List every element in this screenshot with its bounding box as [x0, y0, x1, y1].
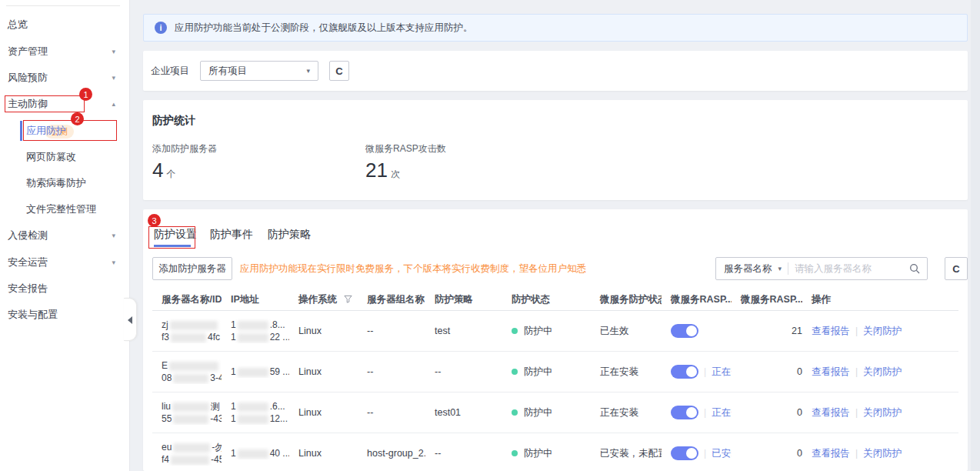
server-search-group: 服务器名称 ▾ [715, 257, 928, 280]
redacted-text [238, 449, 268, 459]
info-icon: i [155, 22, 167, 34]
cell-ms-status: 正在安装 [591, 366, 662, 379]
col-server-name: 服务器名称/ID [152, 293, 222, 306]
stat-unit: 个 [166, 169, 175, 179]
redacted-text [170, 321, 218, 330]
cell-ip: 159 ... [222, 366, 289, 378]
beta-info-banner: i 应用防护功能当前处于公测阶段，仅旗舰版及以上版本支持应用防护。 [143, 14, 968, 42]
chevron-up-icon: ▴ [112, 95, 115, 113]
sidebar-item-ransomware-protection[interactable]: 勒索病毒防护 [0, 174, 129, 192]
sidebar-top-divider [6, 5, 120, 6]
cell-policy: -- [425, 366, 502, 377]
sidebar-item-security-report[interactable]: 安全报告 [0, 279, 129, 298]
toggle-divider: | [704, 366, 706, 377]
disable-protection-link[interactable]: 关闭防护 [863, 447, 902, 460]
cell-ms-status: 已生效 [591, 325, 662, 338]
cell-operations: 查看报告 | 关闭防护 [802, 325, 958, 338]
enterprise-project-select[interactable]: 所有项目 ▾ [200, 61, 318, 81]
rasp-toggle-on[interactable] [671, 446, 698, 460]
chevron-down-icon: ▾ [112, 226, 115, 245]
rasp-toggle-on[interactable] [671, 365, 698, 379]
sidebar-item-install-config[interactable]: 安装与配置 [0, 306, 129, 324]
col-ms-rasp-2: 微服务RASP... [732, 293, 802, 306]
sidebar-item-risk-prevention[interactable]: 风险预防▾ [0, 68, 129, 87]
app-protection-page: 总览 资产管理▾ 风险预防▾ 主动防御▴ 应用防护 公测 网页防篡改 勒索病毒防… [0, 0, 980, 471]
cell-server-name: E 083-4 [152, 359, 222, 384]
cell-rasp-toggle: |已安装， [662, 446, 732, 460]
col-server-group: 服务器组名称 [358, 293, 425, 306]
redacted-text [171, 333, 206, 342]
cell-policy: test01 [425, 407, 502, 418]
sidebar-item-file-integrity[interactable]: 文件完整性管理 [0, 200, 129, 219]
annotation-badge-2: 2 [71, 112, 84, 125]
tab-protection-settings[interactable]: 防护设置 [154, 228, 197, 242]
view-report-link[interactable]: 查看报告 [812, 366, 850, 379]
chevron-down-icon: ▾ [778, 265, 782, 272]
search-icon[interactable] [902, 263, 927, 274]
toggle-divider: | [704, 407, 706, 418]
stat-protected-servers-value: 4 [152, 159, 163, 182]
cell-operations: 查看报告 | 关闭防护 [802, 366, 958, 379]
cell-os: Linux [289, 448, 358, 459]
col-policy: 防护策略 [425, 293, 502, 306]
protection-statistics-card: 防护统计 添加防护服务器 4个 微服务RASP攻击数 21次 [143, 100, 968, 200]
cell-rasp-count: 0 [732, 448, 802, 459]
collapse-left-icon [128, 316, 132, 324]
stat-unit: 次 [391, 169, 400, 179]
rasp-toggle-on[interactable] [671, 324, 698, 338]
free-trial-notice: 应用防护功能现在实行限时免费服务，下个版本将实行收费制度，望各位用户知悉 [240, 257, 586, 280]
cell-server-group: -- [358, 407, 425, 418]
table-refresh-button[interactable]: C [945, 257, 968, 280]
sidebar-item-web-tamper-protection[interactable]: 网页防篡改 [0, 148, 129, 166]
view-report-link[interactable]: 查看报告 [812, 447, 850, 460]
col-os: 操作系统 [289, 293, 358, 306]
redacted-text [238, 403, 268, 412]
chevron-down-icon: ▾ [112, 253, 115, 272]
cell-operations: 查看报告 | 关闭防护 [802, 447, 958, 460]
redacted-text [238, 321, 268, 330]
cell-protection-status: 防护中 [502, 325, 591, 338]
cell-os: Linux [289, 407, 358, 418]
enterprise-project-label: 企业项目 [151, 65, 189, 78]
cell-rasp-count: 0 [732, 407, 802, 418]
redacted-text [173, 374, 208, 383]
sidebar-item-application-protection[interactable]: 应用防护 公测 [0, 122, 129, 140]
toggle-divider: | [704, 448, 706, 459]
sidebar-item-intrusion-detection[interactable]: 入侵检测▾ [0, 226, 129, 245]
search-input[interactable] [788, 263, 902, 274]
col-ip: IP地址 [222, 293, 289, 306]
sidebar-collapse-handle[interactable] [124, 298, 137, 341]
cell-os: Linux [289, 326, 358, 336]
chevron-down-icon: ▾ [306, 62, 310, 80]
stats-title: 防护统计 [152, 114, 195, 128]
cell-protection-status: 防护中 [502, 406, 591, 419]
search-category-select[interactable]: 服务器名称 [716, 262, 772, 276]
disable-protection-link[interactable]: 关闭防护 [863, 325, 902, 338]
sidebar-item-proactive-defense[interactable]: 主动防御▴ [0, 95, 129, 113]
sidebar-item-security-operations[interactable]: 安全运营▾ [0, 253, 129, 272]
status-dot-green [512, 328, 518, 334]
link-divider: | [855, 366, 858, 377]
sidebar-item-overview[interactable]: 总览 [0, 15, 129, 34]
view-report-link[interactable]: 查看报告 [812, 406, 850, 419]
rasp-toggle-on[interactable] [671, 406, 698, 419]
sidebar-item-asset-management[interactable]: 资产管理▾ [0, 42, 129, 61]
disable-protection-link[interactable]: 关闭防护 [863, 406, 902, 419]
redacted-text [173, 443, 210, 453]
redacted-text [169, 362, 218, 371]
cell-server-group: -- [358, 366, 425, 377]
vertical-scrollbar[interactable] [971, 0, 980, 471]
cell-ms-status: 已安装，未配置 [591, 447, 662, 460]
refresh-button[interactable]: C [329, 61, 349, 81]
col-ms-rasp-1: 微服务RASP... [662, 293, 732, 306]
tab-protection-events[interactable]: 防护事件 [210, 228, 253, 242]
stat-protected-servers: 添加防护服务器 4个 [152, 142, 217, 182]
protection-settings-card: 防护设置 防护事件 防护策略 添加防护服务器 应用防护功能现在实行限时免费服务，… [143, 209, 968, 471]
col-protection-status: 防护状态 [502, 293, 591, 306]
add-protected-server-button[interactable]: 添加防护服务器 [152, 257, 232, 280]
tab-protection-policies[interactable]: 防护策略 [268, 228, 311, 242]
cell-rasp-toggle [662, 324, 732, 338]
disable-protection-link[interactable]: 关闭防护 [863, 366, 902, 379]
view-report-link[interactable]: 查看报告 [812, 325, 850, 338]
filter-icon[interactable] [344, 295, 352, 306]
